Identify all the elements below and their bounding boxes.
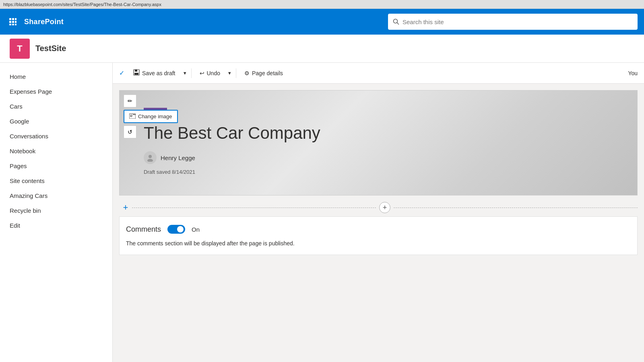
you-label: You — [628, 70, 638, 76]
sidebar-item-label: Home — [10, 73, 26, 80]
hero-section: ✏ Change image ↺ — [119, 90, 638, 195]
sidebar-item-label: Amazing Cars — [10, 192, 47, 199]
waffle-icon[interactable] — [6, 15, 19, 28]
svg-rect-1 — [12, 18, 14, 20]
add-section-button[interactable]: + — [119, 202, 132, 213]
svg-rect-2 — [15, 18, 17, 20]
undo-icon: ↩ — [200, 70, 204, 76]
search-box[interactable] — [388, 14, 638, 30]
svg-rect-7 — [12, 24, 14, 25]
comments-label: Comments — [126, 225, 161, 234]
sidebar-item-label: Site contents — [10, 177, 45, 184]
sidebar-item-label: Google — [10, 118, 29, 125]
draft-saved: Draft saved 8/14/2021 — [144, 169, 617, 175]
change-image-icon — [129, 113, 136, 120]
comments-header: Comments On — [126, 225, 631, 234]
site-header: T TestSite — [0, 35, 644, 63]
site-name: TestSite — [35, 44, 66, 53]
comments-info: The comments section will be displayed a… — [126, 240, 631, 247]
content-area: ✓ Save as draft ▾ ↩ Undo ▾ ⚙ — [113, 63, 644, 362]
hero-author: Henry Legge — [144, 151, 617, 164]
divider-line-2 — [394, 208, 638, 208]
search-icon — [393, 19, 399, 25]
sidebar-item-label: Pages — [10, 162, 27, 169]
svg-point-16 — [149, 155, 152, 158]
comments-section: Comments On The comments section will be… — [119, 216, 638, 255]
svg-point-17 — [147, 159, 153, 162]
comments-toggle[interactable] — [167, 225, 185, 234]
toolbar-divider-1 — [191, 68, 192, 78]
sidebar-item-expenses-page[interactable]: Expenses Page — [0, 84, 112, 99]
svg-rect-6 — [9, 24, 11, 25]
svg-rect-0 — [9, 18, 11, 20]
sidebar-item-label: Conversations — [10, 133, 48, 140]
divider-center-add-button[interactable]: + — [379, 202, 390, 213]
sidebar-item-notebook[interactable]: Notebook — [0, 144, 112, 158]
undo-button[interactable]: ↩ Undo — [195, 68, 225, 79]
svg-rect-13 — [134, 73, 138, 75]
app-name[interactable]: SharePoint — [24, 18, 64, 26]
sidebar-item-pages[interactable]: Pages — [0, 158, 112, 173]
sidebar-item-home[interactable]: Home — [0, 69, 112, 84]
sidebar-item-label: Edit — [10, 222, 20, 229]
sidebar-item-site-contents[interactable]: Site contents — [0, 173, 112, 188]
svg-point-15 — [130, 115, 132, 117]
browser-bar: https://blazbluebasepoint.com/sites/Test… — [0, 0, 644, 9]
gear-icon: ⚙ — [244, 70, 250, 76]
toolbar-right: You — [628, 70, 638, 76]
edit-pencil-button[interactable]: ✏ — [124, 95, 136, 107]
hero-title[interactable]: The Best Car Company — [144, 123, 617, 143]
toolbar-divider-2 — [236, 68, 236, 78]
section-divider: + + — [119, 199, 638, 216]
sidebar-item-label: Expenses Page — [10, 88, 52, 95]
pencil-icon: ✏ — [128, 98, 132, 104]
sidebar-item-conversations[interactable]: Conversations — [0, 129, 112, 144]
page-toolbar: ✓ Save as draft ▾ ↩ Undo ▾ ⚙ — [113, 63, 644, 84]
image-edit-toolbar: ✏ Change image ↺ — [124, 95, 178, 138]
divider-line — [132, 208, 376, 208]
search-input[interactable] — [402, 19, 633, 25]
change-image-button[interactable]: Change image — [124, 110, 178, 123]
sidebar-item-label: Cars — [10, 103, 23, 110]
save-as-draft-button[interactable]: Save as draft — [128, 67, 180, 79]
save-icon — [133, 69, 140, 77]
svg-rect-3 — [9, 21, 11, 23]
svg-rect-12 — [135, 70, 137, 72]
toggle-thumb — [177, 226, 184, 232]
sidebar-item-label: Recycle bin — [10, 207, 41, 214]
save-draft-dropdown[interactable]: ▾ — [182, 68, 188, 78]
svg-rect-4 — [12, 21, 14, 23]
page-details-button[interactable]: ⚙ Page details — [239, 68, 288, 79]
rotate-icon: ↺ — [128, 129, 132, 135]
sidebar-item-edit[interactable]: Edit — [0, 218, 112, 233]
page-content: ✏ Change image ↺ — [113, 84, 644, 362]
sidebar: Home Expenses Page Cars Google Conversat… — [0, 63, 113, 362]
author-avatar — [144, 151, 157, 164]
sidebar-item-label: Notebook — [10, 148, 35, 154]
rotate-button[interactable]: ↺ — [124, 125, 136, 138]
plus-icon[interactable]: + — [123, 202, 128, 213]
main-layout: Home Expenses Page Cars Google Conversat… — [0, 63, 644, 362]
sidebar-item-google[interactable]: Google — [0, 114, 112, 129]
sidebar-item-recycle-bin[interactable]: Recycle bin — [0, 203, 112, 218]
site-logo: T — [10, 39, 30, 59]
browser-url: https://blazbluebasepoint.com/sites/Test… — [3, 2, 161, 7]
author-name: Henry Legge — [161, 154, 195, 161]
sharepoint-header: SharePoint — [0, 9, 644, 35]
hero-content: HOME The Best Car Company Henry Legge Dr… — [120, 90, 637, 195]
svg-rect-8 — [15, 24, 17, 25]
svg-rect-5 — [15, 21, 17, 23]
svg-line-10 — [397, 23, 399, 25]
toggle-on-label: On — [192, 226, 200, 233]
sidebar-item-amazing-cars[interactable]: Amazing Cars — [0, 188, 112, 203]
sidebar-item-cars[interactable]: Cars — [0, 99, 112, 114]
undo-dropdown[interactable]: ▾ — [227, 68, 233, 78]
check-icon: ✓ — [119, 69, 124, 77]
